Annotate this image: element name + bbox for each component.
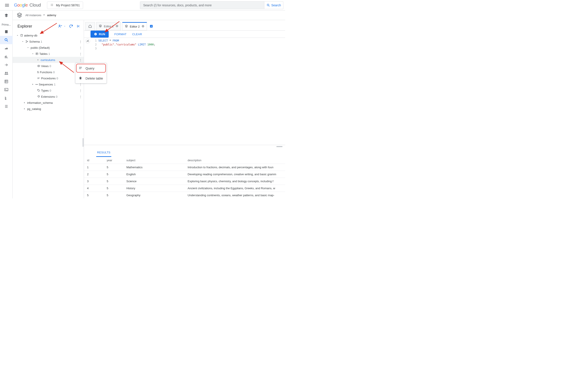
breadcrumb-root[interactable]: All instances	[25, 14, 41, 17]
svg-rect-11	[5, 80, 8, 83]
svg-point-4	[267, 4, 269, 6]
close-tab-icon[interactable]	[116, 25, 118, 28]
rail-item-migrate[interactable]	[0, 61, 13, 69]
table-row[interactable]: 35ScienceExploring basic physics, chemis…	[84, 178, 285, 185]
chevron-right-icon[interactable]	[36, 58, 40, 61]
table-row[interactable]: 15MathematicsIntroduction to fractions, …	[84, 164, 285, 171]
rail-item-overview[interactable]	[0, 28, 13, 36]
chevron-right-icon[interactable]	[23, 101, 26, 104]
refresh-icon[interactable]	[69, 24, 73, 28]
editor-tabs: Editor 1 Editor 2	[84, 20, 285, 31]
svg-line-8	[7, 41, 8, 42]
trash-icon	[78, 76, 82, 81]
results-tab[interactable]: RESULTS	[96, 149, 111, 157]
table-row[interactable]: 55GeographyUnderstanding continents, oce…	[84, 192, 285, 199]
more-icon[interactable]: ⋮	[79, 89, 82, 92]
procedure-icon	[37, 77, 40, 80]
context-menu-delete-table[interactable]: Delete table	[75, 73, 106, 83]
results-col-id: id	[84, 157, 104, 164]
tree-tables-label[interactable]: Tables	[39, 52, 48, 56]
breadcrumb-current: aidemy	[47, 14, 56, 17]
tab-home[interactable]	[85, 22, 95, 30]
add-principal-icon[interactable]	[58, 24, 62, 28]
svg-rect-6	[5, 30, 8, 33]
svg-point-21	[26, 41, 26, 41]
more-icon[interactable]: ⋮	[79, 40, 82, 43]
explorer-title: Explorer	[17, 24, 32, 29]
layers-icon	[16, 12, 23, 19]
more-icon[interactable]: ⋮	[79, 95, 82, 98]
google-cloud-logo[interactable]: Google Cloud	[12, 3, 43, 8]
svg-point-18	[59, 25, 60, 26]
results-col-description: description	[185, 157, 285, 164]
format-button[interactable]: FORMAT	[114, 33, 127, 36]
service-icon[interactable]	[0, 11, 13, 21]
run-button[interactable]: RUN	[90, 31, 109, 38]
chevron-down-icon[interactable]	[31, 53, 35, 55]
svg-point-0	[51, 4, 52, 5]
global-search-input[interactable]: Search (/) for resources, docs, products…	[140, 1, 264, 9]
add-tab-button[interactable]	[148, 22, 154, 30]
svg-point-32	[38, 90, 38, 90]
schema-icon	[25, 40, 29, 43]
tree-views-label[interactable]: Views	[41, 64, 49, 68]
sql-editor[interactable]: 123 SELECT * FROM "public"."curriculums"…	[84, 38, 285, 145]
rail-item-list[interactable]	[0, 102, 13, 111]
tree-information-schema[interactable]: information_schema	[27, 101, 53, 104]
tab-editor-2[interactable]: Editor 2	[122, 22, 147, 30]
more-icon[interactable]: ⋮	[79, 46, 82, 49]
chevron-down-icon[interactable]	[16, 34, 19, 37]
dropdown-caret-icon[interactable]	[64, 25, 66, 27]
tab-editor-1[interactable]: Editor 1	[96, 22, 121, 30]
ai-assist-icon[interactable]	[85, 39, 90, 43]
rail-item-terminal[interactable]	[0, 86, 13, 94]
rail-item-users[interactable]	[0, 69, 13, 77]
table-context-menu: Query Delete table	[75, 63, 107, 84]
chevron-down-icon[interactable]	[21, 40, 25, 43]
tree-procedures-label[interactable]: Procedures	[41, 77, 56, 80]
table-row[interactable]: 25EnglishDeveloping reading comprehensio…	[84, 171, 285, 178]
database-icon	[20, 34, 23, 37]
table-row[interactable]: 45HistoryAncient civilizations, includin…	[84, 185, 285, 192]
tree-sequences-label[interactable]: Sequences	[39, 83, 53, 86]
hamburger-menu-icon[interactable]	[4, 3, 10, 8]
tree-schema-public[interactable]: public (Default)	[31, 46, 50, 49]
chevron-down-icon[interactable]	[26, 46, 30, 49]
chevron-right-icon[interactable]	[31, 83, 35, 86]
tree-database-name[interactable]: aidemy-db	[24, 34, 37, 37]
layers-icon	[125, 25, 128, 29]
search-placeholder: Search (/) for resources, docs, products…	[143, 3, 212, 7]
tree-functions-label[interactable]: Functions	[40, 70, 52, 74]
collapse-panel-icon[interactable]	[76, 24, 81, 28]
panel-drag-handle[interactable]	[84, 145, 285, 148]
more-icon[interactable]: ⋮	[79, 58, 82, 62]
scrollbar-thumb[interactable]	[82, 138, 84, 147]
rail-item-monitoring[interactable]	[0, 44, 13, 53]
extension-icon	[37, 95, 40, 98]
results-panel: RESULTS idyearsubjectdescription 15Mathe…	[84, 145, 285, 198]
tree-schema-label[interactable]: Schema	[29, 40, 40, 43]
more-icon[interactable]: ⋮	[79, 52, 82, 56]
tree-extensions-label[interactable]: Extensions	[41, 95, 55, 98]
close-tab-icon[interactable]	[142, 25, 145, 28]
sql-code[interactable]: SELECT * FROM "public"."curriculums" LIM…	[97, 38, 157, 145]
svg-point-23	[27, 41, 28, 42]
rail-item-hierarchy[interactable]	[0, 94, 13, 102]
tree-pg-catalog[interactable]: pg_catalog	[27, 107, 41, 111]
tag-icon	[37, 89, 40, 92]
svg-point-22	[26, 42, 26, 42]
project-name: My Project 58761	[56, 3, 80, 7]
svg-rect-24	[36, 53, 38, 55]
global-search-button[interactable]: Search	[264, 1, 283, 9]
rail-item-tables[interactable]	[0, 77, 13, 86]
line-gutter: 123	[90, 38, 97, 145]
clear-button[interactable]: CLEAR	[132, 33, 142, 36]
rail-item-query[interactable]	[0, 36, 13, 44]
context-menu-query[interactable]: Query	[75, 63, 106, 73]
tree-table-curriculums[interactable]: curriculums	[41, 58, 55, 62]
project-selector[interactable]: My Project 58761	[47, 1, 83, 9]
rail-item-insights[interactable]	[0, 53, 13, 61]
tree-types-label[interactable]: Types	[41, 89, 49, 92]
sequence-icon: •••	[35, 83, 38, 86]
chevron-right-icon[interactable]	[23, 108, 26, 110]
